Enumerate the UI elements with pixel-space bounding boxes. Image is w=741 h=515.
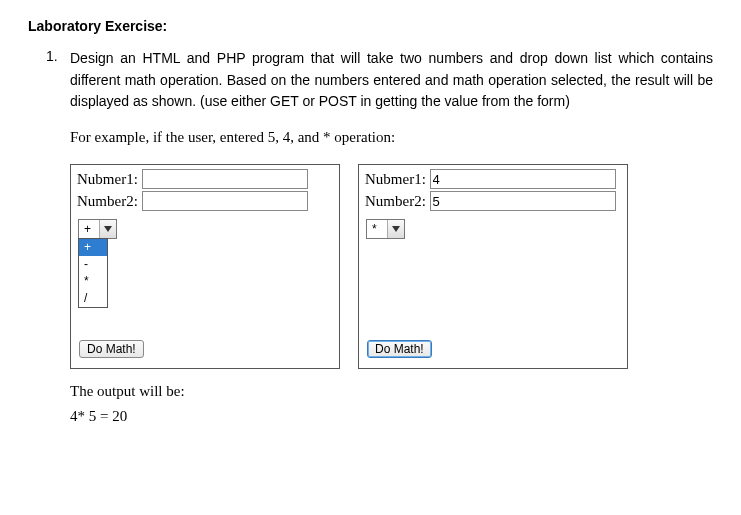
operation-option[interactable]: + bbox=[79, 239, 107, 256]
number1-input[interactable] bbox=[430, 169, 616, 189]
number2-label: Number2: bbox=[365, 193, 426, 209]
do-math-button[interactable]: Do Math! bbox=[79, 340, 144, 358]
section-heading: Laboratory Exercise: bbox=[28, 18, 713, 34]
number2-label: Number2: bbox=[77, 193, 138, 209]
output-label: The output will be: bbox=[70, 383, 713, 400]
svg-marker-1 bbox=[392, 226, 400, 232]
number2-input[interactable] bbox=[142, 191, 308, 211]
svg-marker-0 bbox=[104, 226, 112, 232]
number2-input[interactable] bbox=[430, 191, 616, 211]
operation-option[interactable]: - bbox=[79, 256, 107, 273]
number1-label: Nubmer1: bbox=[77, 171, 138, 187]
operation-option[interactable]: / bbox=[79, 290, 107, 307]
chevron-down-icon bbox=[388, 220, 404, 238]
exercise-description: Design an HTML and PHP program that will… bbox=[70, 48, 713, 113]
operation-selected-value: + bbox=[79, 220, 100, 238]
number1-input[interactable] bbox=[142, 169, 308, 189]
operation-option[interactable]: * bbox=[79, 273, 107, 290]
do-math-button[interactable]: Do Math! bbox=[367, 340, 432, 358]
list-number: 1. bbox=[46, 48, 70, 425]
operation-selected-value: * bbox=[367, 220, 388, 238]
operation-dropdown-list: + - * / bbox=[78, 238, 108, 308]
form-panel-right: Nubmer1: Number2: * Do Math bbox=[358, 164, 628, 369]
output-expression: 4* 5 = 20 bbox=[70, 408, 713, 425]
chevron-down-icon bbox=[100, 220, 116, 238]
form-panel-left: Nubmer1: Number2: + + bbox=[70, 164, 340, 369]
example-intro: For example, if the user, entered 5, 4, … bbox=[70, 129, 713, 146]
example-panels: Nubmer1: Number2: + + bbox=[70, 164, 713, 369]
operation-select[interactable]: + bbox=[78, 219, 117, 239]
number1-label: Nubmer1: bbox=[365, 171, 426, 187]
operation-select[interactable]: * bbox=[366, 219, 405, 239]
